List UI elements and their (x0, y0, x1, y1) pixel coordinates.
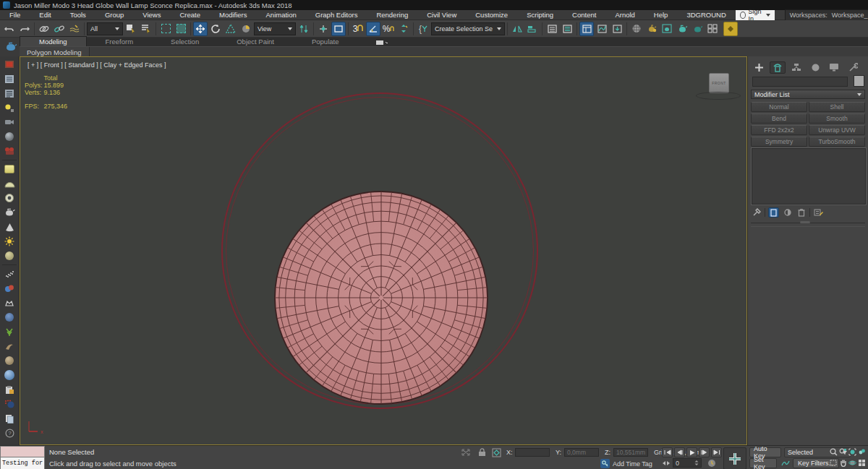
dome-primitive-icon[interactable] (2, 177, 17, 190)
play-animation-button[interactable] (686, 447, 697, 457)
render-setup-button[interactable] (644, 22, 659, 36)
sun-light-icon[interactable] (2, 235, 17, 248)
menu-graph-editors[interactable]: Graph Editors (306, 11, 367, 19)
time-tag-icon[interactable] (600, 459, 610, 468)
redo-icon[interactable] (17, 22, 32, 36)
selection-lock-toggle[interactable] (476, 447, 488, 457)
rock-object-icon[interactable] (2, 311, 17, 324)
mirror-button[interactable] (510, 22, 524, 36)
zoom-all-icon[interactable] (838, 447, 848, 457)
rectangular-selection-region-icon[interactable] (158, 22, 173, 36)
edit-named-selection-sets-button[interactable]: { (416, 22, 430, 36)
modifier-button-turbosmooth[interactable]: TurboSmooth (809, 137, 865, 147)
blue-sphere-icon[interactable] (2, 369, 17, 382)
select-and-move-button[interactable] (193, 22, 208, 36)
ribbon-teapot-icon[interactable] (0, 38, 20, 56)
menu-group[interactable]: Group (95, 11, 133, 19)
time-configuration-button[interactable] (706, 458, 718, 468)
viewcube-front-face[interactable]: FRONT (712, 81, 726, 85)
clipboard-tool-icon[interactable] (2, 383, 17, 396)
tab-modeling[interactable]: Modeling (20, 36, 87, 46)
curve-editor-button[interactable] (595, 22, 609, 36)
ribbon-minimize-icon[interactable] (357, 39, 407, 46)
named-selection-sets-dropdown[interactable]: Create Selection Se (431, 22, 505, 35)
layer-manager-icon[interactable] (2, 87, 17, 100)
show-end-result-icon[interactable] (768, 207, 779, 218)
light-lister-icon[interactable] (2, 101, 17, 114)
material-editor-button[interactable] (629, 22, 644, 36)
create-tab-icon[interactable] (751, 61, 767, 74)
zoom-region-icon[interactable] (829, 457, 838, 468)
menu-civil-view[interactable]: Civil View (417, 11, 466, 19)
menu-customize[interactable]: Customize (466, 11, 517, 19)
modifier-button-unwrap-uvw[interactable]: Unwrap UVW (809, 125, 865, 135)
pin-stack-icon[interactable] (751, 207, 762, 218)
modifier-button-symmetry[interactable]: Symmetry (751, 137, 807, 147)
sphere-primitive-icon[interactable] (2, 249, 17, 262)
previous-frame-button[interactable] (674, 447, 685, 457)
percent-snap-toggle[interactable]: % (381, 22, 396, 36)
use-pivot-point-center-button[interactable] (297, 22, 311, 36)
snaps-toggle-3d[interactable]: 3 (351, 22, 365, 36)
window-crossing-toggle-icon[interactable] (174, 22, 188, 36)
object-name-field[interactable] (752, 77, 848, 87)
teapot-primitive-icon[interactable] (2, 206, 17, 219)
display-tab-icon[interactable] (826, 61, 842, 74)
keyboard-shortcut-override-toggle[interactable] (331, 22, 346, 36)
utilities-tab-icon[interactable] (845, 61, 861, 74)
current-frame-field[interactable]: 0 (673, 458, 702, 468)
maxscript-mini-listener[interactable]: Testing for ; (0, 457, 45, 469)
y-coordinate-field[interactable]: 0,0mm (564, 448, 599, 457)
menu-rendering[interactable]: Rendering (367, 11, 417, 19)
menu-3dground[interactable]: 3DGROUND (677, 11, 735, 19)
workspaces-dropdown[interactable]: Workspaces: Workspace_1 (785, 9, 868, 21)
object-color-swatch[interactable] (854, 75, 864, 87)
scene-explorer-icon[interactable] (2, 72, 17, 85)
key-mode-toggle[interactable] (660, 458, 672, 468)
modifier-button-shell[interactable]: Shell (809, 102, 865, 112)
hierarchy-tab-icon[interactable] (788, 61, 804, 74)
foliage-icon[interactable] (2, 325, 17, 338)
reference-coordinate-system-dropdown[interactable]: View (254, 22, 296, 35)
align-button[interactable] (525, 22, 540, 36)
viewport-label[interactable]: [ + ] [ Front ] [ Standard ] [ Clay + Ed… (27, 61, 166, 69)
motion-tab-icon[interactable] (807, 61, 823, 74)
render-production-button[interactable] (675, 22, 689, 36)
orbit-icon[interactable] (848, 457, 857, 468)
menu-create[interactable]: Create (170, 11, 210, 19)
new-key-tangents-icon[interactable] (780, 458, 791, 468)
modifier-button-normal[interactable]: Normal (751, 102, 807, 112)
zoom-icon[interactable] (829, 447, 838, 457)
compound-objects-icon[interactable] (2, 282, 17, 295)
document-tool-icon[interactable] (2, 412, 17, 425)
select-and-place-button[interactable] (239, 22, 253, 36)
x-coordinate-field[interactable] (515, 448, 550, 457)
add-time-tag-label[interactable]: Add Time Tag (613, 460, 652, 468)
menu-file[interactable]: File (0, 11, 30, 19)
modify-tab-icon[interactable] (770, 61, 786, 74)
select-by-name-icon[interactable] (139, 22, 153, 36)
remove-modifier-icon[interactable] (796, 207, 807, 218)
scene-states-grid-icon[interactable] (705, 22, 720, 36)
viewcube[interactable]: FRONT (709, 73, 729, 93)
create-key-button[interactable] (723, 447, 746, 469)
next-frame-button[interactable] (699, 447, 710, 457)
angle-snap-toggle[interactable] (366, 22, 380, 36)
zoom-extents-all-icon[interactable] (857, 447, 867, 457)
macro-recorder-pane[interactable] (0, 446, 45, 457)
menu-scripting[interactable]: Scripting (517, 11, 563, 19)
video-camera-icon[interactable] (2, 145, 17, 158)
sign-in-button[interactable]: Sign In (736, 10, 775, 20)
render-in-cloud-button[interactable] (690, 22, 705, 36)
isolate-selection-icon[interactable] (460, 447, 472, 457)
cone-primitive-icon[interactable] (2, 220, 17, 233)
menu-tools[interactable]: Tools (61, 11, 95, 19)
modifier-button-bend[interactable]: Bend (751, 113, 807, 124)
viewport-front[interactable]: [ + ] [ Front ] [ Standard ] [ Clay + Ed… (20, 56, 747, 445)
fur-brush-icon[interactable] (2, 340, 17, 353)
textured-sphere-icon[interactable] (2, 354, 17, 367)
tab-freeform[interactable]: Freeform (87, 37, 153, 46)
modifier-list-dropdown[interactable]: Modifier List (751, 90, 865, 99)
render-shortcut-diamond-button[interactable] (723, 22, 738, 36)
polygon-modeling-panel[interactable]: Polygon Modeling (20, 47, 90, 57)
